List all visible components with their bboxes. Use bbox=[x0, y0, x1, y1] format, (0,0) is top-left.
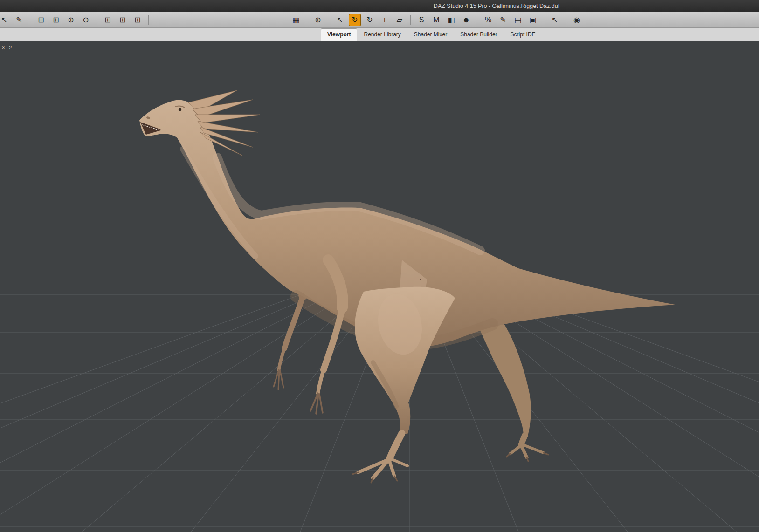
edit-document-icon[interactable]: ▤ bbox=[512, 14, 524, 26]
window-titlebar[interactable]: DAZ Studio 4.15 Pro - Galliminus.Rigget … bbox=[0, 0, 759, 12]
spot-render-icon[interactable]: ▣ bbox=[527, 14, 539, 26]
slash-tools-icon[interactable]: % bbox=[482, 14, 494, 26]
toolbar-main-group: ▦⊕↖↻↻+▱SM◧☻%✎▤▣↖◉ bbox=[290, 12, 583, 27]
node-selection-tool-icon[interactable]: ↖ bbox=[334, 14, 346, 26]
toolbar-separator bbox=[410, 15, 411, 25]
toolbar-separator bbox=[30, 15, 30, 25]
far-arm-claws bbox=[274, 370, 283, 389]
tab-script-ide[interactable]: Script IDE bbox=[504, 28, 542, 41]
create-cube-c-icon[interactable]: ⊞ bbox=[131, 14, 144, 26]
toolbar-separator bbox=[544, 15, 544, 25]
brush-pencil-icon[interactable]: ✎ bbox=[497, 14, 509, 26]
toolbar-left-group: ↖✎⊞⊞⊕⊙⊞⊞⊞ bbox=[0, 12, 151, 27]
active-rotate-tool-icon[interactable]: ↻ bbox=[349, 14, 361, 26]
pointer-gear-icon[interactable]: ↖ bbox=[549, 14, 561, 26]
surface-curve-tool-icon[interactable]: S bbox=[415, 14, 428, 26]
toolbar-separator bbox=[477, 15, 477, 25]
pane-tabbar: ViewportRender LibraryShader MixerShader… bbox=[0, 28, 759, 41]
viewport-aspect-label: 3 : 2 bbox=[2, 45, 12, 50]
toolbar-separator bbox=[307, 15, 307, 25]
pencil-star-icon[interactable]: ✎ bbox=[13, 14, 25, 26]
gallimimus-model[interactable] bbox=[139, 90, 675, 483]
surface-paint-icon[interactable]: ◧ bbox=[445, 14, 457, 26]
render-camera-icon[interactable]: ◉ bbox=[571, 14, 583, 26]
orbit-view-icon[interactable]: ⊕ bbox=[312, 14, 324, 26]
measure-metrics-icon[interactable]: M bbox=[430, 14, 442, 26]
toolbar-separator bbox=[148, 15, 149, 25]
toolbar-separator bbox=[329, 15, 329, 25]
tab-shader-builder[interactable]: Shader Builder bbox=[454, 28, 504, 41]
main-toolbar: ↖✎⊞⊞⊕⊙⊞⊞⊞ ▦⊕↖↻↻+▱SM◧☻%✎▤▣↖◉ bbox=[0, 12, 759, 28]
tab-viewport[interactable]: Viewport bbox=[321, 28, 357, 41]
viewport-3d[interactable]: 3 : 2 bbox=[0, 41, 759, 532]
window-title: DAZ Studio 4.15 Pro - Galliminus.Rigget … bbox=[434, 3, 559, 9]
pointer-star-icon[interactable]: ↖ bbox=[0, 14, 10, 26]
toolbar-separator bbox=[566, 15, 566, 25]
translate-tool-icon[interactable]: + bbox=[379, 14, 391, 26]
create-node-icon[interactable]: ⊞ bbox=[35, 14, 47, 26]
toolbar-separator bbox=[97, 15, 97, 25]
near-leg bbox=[352, 287, 455, 483]
scale-tool-icon[interactable]: ▱ bbox=[393, 14, 406, 26]
eye bbox=[179, 108, 181, 111]
near-arm-claws bbox=[310, 393, 323, 414]
create-info-node-icon[interactable]: ⊙ bbox=[80, 14, 92, 26]
tab-shader-mixer[interactable]: Shader Mixer bbox=[407, 28, 454, 41]
chest-dot bbox=[420, 279, 421, 280]
tab-render-library[interactable]: Render Library bbox=[357, 28, 407, 41]
viewport-scene bbox=[0, 41, 759, 532]
texture-shaded-mode-icon[interactable]: ▦ bbox=[290, 14, 302, 26]
create-cube-a-icon[interactable]: ⊞ bbox=[102, 14, 114, 26]
rotate-tool-icon[interactable]: ↻ bbox=[364, 14, 376, 26]
figure-person-icon[interactable]: ☻ bbox=[460, 14, 472, 26]
create-cube-b-icon[interactable]: ⊞ bbox=[117, 14, 129, 26]
create-camera-node-icon[interactable]: ⊞ bbox=[50, 14, 62, 26]
create-sphere-node-icon[interactable]: ⊕ bbox=[65, 14, 77, 26]
